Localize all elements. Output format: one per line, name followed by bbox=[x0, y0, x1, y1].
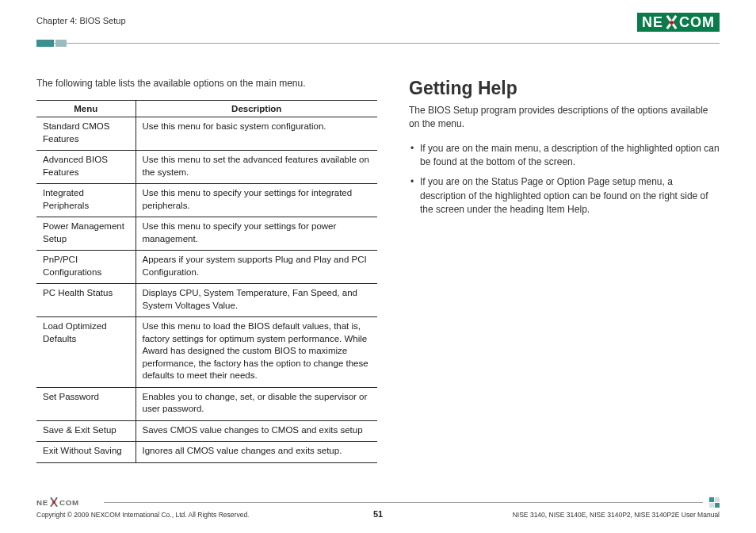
menu-cell: Exit Without Saving bbox=[36, 442, 136, 463]
chapter-label: Chapter 4: BIOS Setup bbox=[36, 16, 126, 25]
desc-cell: Use this menu to specify your settings f… bbox=[136, 217, 377, 251]
menu-cell: Set Password bbox=[36, 387, 136, 420]
table-row: Advanced BIOS FeaturesUse this menu to s… bbox=[36, 151, 377, 184]
desc-cell: Saves CMOS value changes to CMOS and exi… bbox=[136, 420, 377, 442]
logo-text-right: COM bbox=[679, 14, 715, 31]
table-row: Save & Exit SetupSaves CMOS value change… bbox=[36, 420, 377, 442]
desc-cell: Use this menu for basic system configura… bbox=[136, 117, 377, 151]
table-row: Power Management SetupUse this menu to s… bbox=[36, 217, 377, 251]
th-menu: Menu bbox=[36, 101, 136, 117]
logo-x-icon bbox=[49, 497, 59, 508]
footer-squares-icon bbox=[709, 497, 720, 508]
desc-cell: Appears if your system supports Plug and… bbox=[136, 251, 377, 284]
intro-text: The following table lists the available … bbox=[36, 78, 377, 89]
logo-text-left: NE bbox=[642, 14, 663, 31]
table-row: PnP/PCI ConfigurationsAppears if your sy… bbox=[36, 251, 377, 284]
desc-cell: Enables you to change, set, or disable t… bbox=[136, 387, 377, 420]
menu-cell: Advanced BIOS Features bbox=[36, 151, 136, 184]
menu-table: Menu Description Standard CMOS FeaturesU… bbox=[36, 100, 377, 463]
menu-cell: Save & Exit Setup bbox=[36, 420, 136, 442]
footer-logo: NE COM bbox=[36, 497, 79, 508]
table-row: PC Health StatusDisplays CPU, System Tem… bbox=[36, 284, 377, 317]
desc-cell: Ignores all CMOS value changes and exits… bbox=[136, 442, 377, 463]
th-desc: Description bbox=[136, 101, 377, 117]
logo-x-icon bbox=[664, 15, 678, 29]
desc-cell: Use this menu to specify your settings f… bbox=[136, 184, 377, 217]
menu-cell: PnP/PCI Configurations bbox=[36, 251, 136, 284]
table-row: Integrated PeripheralsUse this menu to s… bbox=[36, 184, 377, 217]
desc-cell: Displays CPU, System Temperature, Fan Sp… bbox=[136, 284, 377, 317]
header-rule bbox=[36, 38, 720, 49]
desc-cell: Use this menu to set the advanced featur… bbox=[136, 151, 377, 184]
table-row: Exit Without SavingIgnores all CMOS valu… bbox=[36, 442, 377, 463]
desc-cell: Use this menu to load the BIOS default v… bbox=[136, 317, 377, 388]
menu-cell: Standard CMOS Features bbox=[36, 117, 136, 151]
menu-cell: Load Optimized Defaults bbox=[36, 317, 136, 388]
brand-logo: NE COM bbox=[637, 13, 720, 32]
section-heading: Getting Help bbox=[409, 78, 720, 99]
menu-cell: Integrated Peripherals bbox=[36, 184, 136, 217]
list-item: If you are on the main menu, a descripti… bbox=[409, 142, 720, 170]
menu-cell: Power Management Setup bbox=[36, 217, 136, 251]
table-row: Load Optimized DefaultsUse this menu to … bbox=[36, 317, 377, 388]
list-item: If you are on the Status Page or Option … bbox=[409, 175, 720, 217]
doc-ref: NISE 3140, NISE 3140E, NISE 3140P2, NISE… bbox=[513, 511, 720, 519]
table-row: Set PasswordEnables you to change, set, … bbox=[36, 387, 377, 420]
page-number: 51 bbox=[373, 509, 383, 519]
table-row: Standard CMOS FeaturesUse this menu for … bbox=[36, 117, 377, 151]
section-para: The BIOS Setup program provides descript… bbox=[409, 104, 720, 131]
menu-cell: PC Health Status bbox=[36, 284, 136, 317]
copyright: Copyright © 2009 NEXCOM International Co… bbox=[36, 511, 249, 519]
help-list: If you are on the main menu, a descripti… bbox=[409, 142, 720, 217]
